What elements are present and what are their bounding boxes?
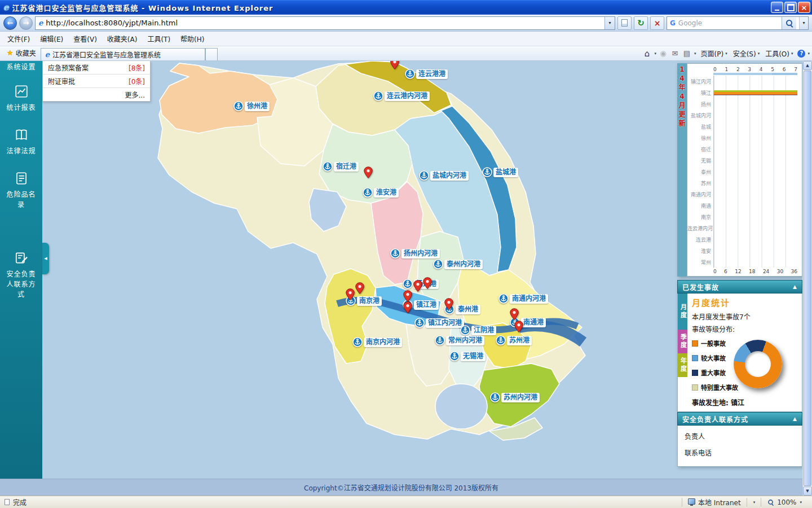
feeds-icon[interactable]: ◉ xyxy=(658,49,668,58)
minimize-button[interactable] xyxy=(771,2,783,13)
port-marker-连云港内河港[interactable]: 连云港内河港 xyxy=(373,91,430,101)
quick-link-count: [8条] xyxy=(129,63,145,72)
zoom-control[interactable]: 100% ▾ xyxy=(761,498,807,507)
port-marker-苏州内河港[interactable]: 苏州内河港 xyxy=(490,392,540,402)
command-bar: ⌂▾ ◉ ✉ ▤▾ 页面(P)▾安全(S)▾工具(O)▾ ?▾ xyxy=(642,47,810,60)
menu-item-编辑(E)[interactable]: 编辑(E) xyxy=(35,32,68,45)
zoom-dropdown-icon[interactable]: ▾ xyxy=(800,500,802,505)
google-icon: G xyxy=(670,19,676,27)
scroll-up-button[interactable]: ▲ xyxy=(803,61,812,70)
new-tab-stub[interactable] xyxy=(205,48,218,60)
search-button[interactable] xyxy=(782,17,796,29)
port-marker-淮安港[interactable]: 淮安港 xyxy=(363,187,399,198)
legend-label: 重大事故 xyxy=(701,368,726,377)
menu-item-工具(T)[interactable]: 工具(T) xyxy=(142,32,175,45)
sidebar-item-法律法规[interactable]: 法律法规 xyxy=(0,120,42,164)
port-marker-南京港[interactable]: 南京港 xyxy=(346,296,382,306)
home-dropdown-icon[interactable]: ▾ xyxy=(655,51,657,56)
toolbar-button-安全(S)[interactable]: 安全(S)▾ xyxy=(730,47,763,59)
port-marker-盐城内河港[interactable]: 盐城内河港 xyxy=(419,170,469,181)
port-label: 泰州内河港 xyxy=(444,260,483,269)
status-dropdown[interactable]: ▾ xyxy=(747,498,761,507)
address-field[interactable]: e http://localhost:8080/yjpt/Main.html ▾ xyxy=(35,16,615,30)
tab-年度[interactable]: 年度 xyxy=(678,353,687,377)
stop-button[interactable]: × xyxy=(650,16,664,30)
favorites-button[interactable]: ★ 收藏夹 xyxy=(2,46,41,59)
port-marker-南通内河港[interactable]: 南通内河港 xyxy=(498,294,548,304)
quick-link-row[interactable]: 附证审批[0条] xyxy=(43,75,150,88)
port-marker-泰州港[interactable]: 泰州港 xyxy=(444,304,480,314)
quick-link-label: 附证审批 xyxy=(48,76,75,86)
menu-item-收藏夹(A)[interactable]: 收藏夹(A) xyxy=(102,32,143,45)
tab-季度[interactable]: 季度 xyxy=(678,330,687,353)
port-marker-宿迁港[interactable]: 宿迁港 xyxy=(323,161,359,172)
incidents-panel-header[interactable]: 已发生事故 ▲ xyxy=(677,280,802,294)
port-marker-镇江内河港[interactable]: 镇江内河港 xyxy=(414,318,464,328)
quick-link-label: 应急预案备案 xyxy=(48,63,89,72)
chart-row: 苏州 xyxy=(687,177,797,189)
port-marker-南京内河港[interactable]: 南京内河港 xyxy=(352,337,402,347)
chart-baseline-strip xyxy=(713,73,797,75)
port-marker-扬州港[interactable]: 扬州港 xyxy=(403,279,439,289)
legend-item-较大事故: 较大事故 xyxy=(692,353,738,362)
print-icon[interactable]: ▤ xyxy=(682,49,692,58)
axis-tick-label: 5 xyxy=(771,67,774,72)
port-marker-扬州内河港[interactable]: 扬州内河港 xyxy=(390,248,440,259)
collapse-arrow-icon[interactable]: ▲ xyxy=(793,416,797,422)
tab-active[interactable]: e 江苏省港口安全监管与应急管理系统 xyxy=(41,48,205,60)
compatibility-view-button[interactable] xyxy=(617,16,632,30)
chart-category-label: 南京 xyxy=(687,213,713,221)
chart-category-label: 淮安 xyxy=(687,247,713,255)
search-dropdown-button[interactable]: ▾ xyxy=(799,17,808,29)
print-dropdown-icon[interactable]: ▾ xyxy=(694,51,696,56)
sidebar-collapse-handle[interactable]: ◀ xyxy=(42,243,49,274)
menu-item-帮助(H)[interactable]: 帮助(H) xyxy=(175,32,209,45)
close-button[interactable]: × xyxy=(798,2,810,13)
port-marker-盐城港[interactable]: 盐城港 xyxy=(482,167,518,177)
contact-row-负责人[interactable]: 负责人 xyxy=(678,428,802,444)
favorites-label: 收藏夹 xyxy=(16,48,36,58)
contact-panel-header[interactable]: 安全负责人联系方式 ▲ xyxy=(677,412,802,426)
menu-item-查看(V)[interactable]: 查看(V) xyxy=(68,32,102,45)
search-box[interactable]: G Google ▾ xyxy=(667,16,809,30)
port-marker-无锡港[interactable]: 无锡港 xyxy=(449,351,486,361)
chart-category-label: 无锡 xyxy=(687,157,713,164)
collapse-arrow-icon[interactable]: ▲ xyxy=(793,284,797,290)
toolbar-button-页面(P)[interactable]: 页面(P)▾ xyxy=(698,47,730,59)
toolbar-button-工具(O)[interactable]: 工具(O)▾ xyxy=(762,47,796,59)
axis-tick-label: 30 xyxy=(777,269,783,274)
anchor-icon xyxy=(460,325,470,335)
port-marker-南通港[interactable]: 南通港 xyxy=(510,317,546,327)
port-marker-镇江港[interactable]: 镇江港 xyxy=(403,300,439,310)
home-icon[interactable]: ⌂ xyxy=(642,49,652,59)
port-marker-连云港港[interactable]: 连云港港 xyxy=(405,69,448,79)
port-marker-常州内河港[interactable]: 常州内河港 xyxy=(435,335,484,345)
sidebar-item-危险品名录[interactable]: 危险品名录 xyxy=(0,164,42,217)
quick-link-row[interactable]: 应急预案备案[8条] xyxy=(43,61,150,75)
port-marker-泰州内河港[interactable]: 泰州内河港 xyxy=(433,259,483,269)
sidebar-item-系统设置[interactable]: 系统设置 xyxy=(0,61,42,77)
tab-月度[interactable]: 月度 xyxy=(678,294,687,330)
refresh-button[interactable]: ↻ xyxy=(634,16,648,30)
sidebar-item-统计报表[interactable]: 统计报表 xyxy=(0,77,42,120)
port-label: 扬州港 xyxy=(414,279,439,289)
help-dropdown-icon[interactable]: ▾ xyxy=(807,51,810,56)
vertical-scrollbar[interactable]: ▲ ▼ xyxy=(802,61,812,496)
chart-plot-cell xyxy=(713,211,797,222)
menu-item-文件(F)[interactable]: 文件(F) xyxy=(2,32,35,45)
port-marker-苏州港[interactable]: 苏州港 xyxy=(496,335,532,345)
forward-button[interactable]: → xyxy=(19,16,33,30)
port-marker-江阴港[interactable]: 江阴港 xyxy=(460,325,496,335)
contact-row-联系电话[interactable]: 联系电话 xyxy=(678,444,802,461)
port-marker-徐州港[interactable]: 徐州港 xyxy=(233,101,270,111)
address-dropdown-button[interactable]: ▾ xyxy=(604,17,615,29)
address-toolbar: ← → e http://localhost:8080/yjpt/Main.ht… xyxy=(0,15,812,32)
sidebar-item-安全负责人联系方式[interactable]: 安全负责人联系方式 xyxy=(0,243,42,307)
back-button[interactable]: ← xyxy=(3,16,17,30)
read-mail-icon[interactable]: ✉ xyxy=(670,49,680,58)
help-icon[interactable]: ? xyxy=(797,50,805,58)
more-link[interactable]: 更多... xyxy=(43,88,150,101)
maximize-button[interactable] xyxy=(784,2,797,13)
scrollbar-thumb[interactable] xyxy=(804,71,811,486)
scroll-down-button[interactable]: ▼ xyxy=(803,487,812,496)
